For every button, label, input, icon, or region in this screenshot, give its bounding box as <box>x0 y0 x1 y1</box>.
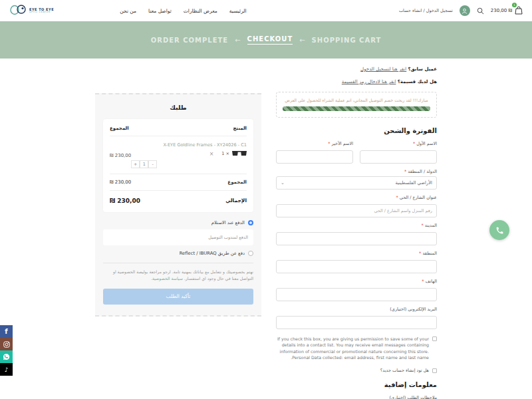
search-icon[interactable] <box>477 7 484 15</box>
remove-item-icon[interactable]: × <box>209 151 214 157</box>
privacy-policy-link[interactable]: سياسة الخصوصية. <box>151 276 183 281</box>
billing-section-title: الفوترة والشحن <box>276 127 437 134</box>
gateway-radio[interactable] <box>248 251 253 256</box>
order-table: المنتج المجموع X-EYE Goldline Frames - X… <box>103 119 253 212</box>
instagram-icon[interactable] <box>0 338 13 350</box>
product-media: × 1 × <box>131 150 247 157</box>
place-order-button[interactable]: تأكيد الطلب <box>103 289 253 305</box>
coupon-notice: هل لديك قسيمة؟ انقر هنا لادخال رمز القسي… <box>276 79 437 84</box>
billing-column: عميل سابق؟ انقر هنا لتسجيل الدخول هل لدي… <box>276 66 437 399</box>
subtotal-value: 230,00 ₪ <box>110 180 131 185</box>
step-shopping-cart[interactable]: SHOPPING CART <box>312 37 382 44</box>
create-account-row: هل تود إنشاء حساب جديد؟ <box>276 368 437 373</box>
quantity-increase-button[interactable]: + <box>131 160 140 168</box>
total-row: الإجمالي 230,00 ₪ <box>110 191 247 207</box>
privacy-note: نهتم بخصوصيتك و نتعامل مع بياناتك بمهنية… <box>103 269 253 282</box>
social-media-rail: f ♪ <box>0 325 13 376</box>
phone-field-group: الهاتف * <box>276 279 437 301</box>
required-mark: * <box>421 223 423 228</box>
coupon-label: هل لديك قسيمة؟ <box>398 79 437 84</box>
returning-customer-notice: عميل سابق؟ انقر هنا لتسجيل الدخول <box>276 66 437 72</box>
nav-item-about[interactable]: من نحن <box>120 8 136 14</box>
cod-description-box: الدفع لمندوب التوصيل <box>103 229 253 245</box>
marketing-consent-row: If you check this box, you are giving us… <box>276 336 437 361</box>
required-mark: * <box>422 279 424 284</box>
phone-input[interactable] <box>276 288 437 301</box>
product-name-link[interactable]: X-EYE Goldline Frames - XY24026 - C1 <box>131 142 247 148</box>
first-name-input[interactable] <box>360 150 437 164</box>
checkout-steps-banner: ORDER COMPLETE ← CHECKOUT ← SHOPPING CAR… <box>0 21 532 59</box>
main-nav: الرئيسية معرض النظارات تواصل معنا من نحن <box>120 8 246 14</box>
order-title: طلبك <box>103 104 253 111</box>
cod-payment-option[interactable]: الدفع عند الاستلام <box>103 220 253 225</box>
glasses-logo-icon <box>9 5 27 17</box>
tiktok-icon[interactable]: ♪ <box>0 363 13 376</box>
free-shipping-promo-box: مبارك!!! لقد ربحت خصم التوصيل المجاني، ا… <box>276 92 437 118</box>
login-register-link[interactable]: تسجيل الدخول / انشاء حساب <box>399 8 453 13</box>
step-checkout-active: CHECKOUT <box>247 35 293 45</box>
payment-methods: الدفع عند الاستلام الدفع لمندوب التوصيل … <box>103 220 253 305</box>
facebook-icon[interactable]: f <box>0 325 13 338</box>
cod-radio-selected[interactable] <box>248 220 253 225</box>
phone-icon <box>495 226 504 235</box>
call-us-floating-button[interactable] <box>489 220 509 240</box>
required-mark: * <box>328 141 330 146</box>
login-toggle-link[interactable]: انقر هنا لتسجيل الدخول <box>360 66 406 72</box>
city-label: المدينة * <box>276 223 437 228</box>
coupon-toggle-link[interactable]: انقر هنا لادخال رمز القسيمة <box>342 79 396 84</box>
street-address-input[interactable] <box>276 204 437 217</box>
account-avatar[interactable] <box>460 5 470 16</box>
brand-tagline: OPTIC CENTER <box>29 11 54 14</box>
quantity-decrease-button[interactable]: - <box>148 160 157 168</box>
quantity-value[interactable]: 1 <box>140 160 148 168</box>
country-selected-value: الأراضي الفلسطينية <box>395 180 432 186</box>
order-summary-card: طلبك المنتج المجموع X-EYE Goldline Frame… <box>95 93 261 317</box>
whatsapp-icon[interactable] <box>0 350 13 363</box>
gateway-payment-option[interactable]: دفع عن طريق Reflect / IBURAQ <box>103 251 253 256</box>
street-label: عنوان الشارع / الحي * <box>276 195 437 200</box>
last-name-label: الاسم الأخير * <box>276 141 353 146</box>
email-field-group: البريد الإلكتروني (اختياري) <box>276 307 437 329</box>
nav-item-contact[interactable]: تواصل معنا <box>148 8 172 14</box>
item-quantity-note: × 1 <box>221 151 229 156</box>
free-shipping-progress-bar <box>283 106 430 111</box>
returning-customer-label: عميل سابق؟ <box>408 66 437 72</box>
cart-count-badge: 1 <box>512 3 517 7</box>
required-mark: * <box>419 251 421 256</box>
item-line-total: 230,00 ₪ <box>110 153 131 158</box>
total-value: 230,00 ₪ <box>110 198 140 204</box>
user-icon <box>462 8 467 14</box>
order-item-info: X-EYE Goldline Frames - XY24026 - C1 × 1… <box>131 142 247 168</box>
cart-button[interactable]: 230,00 ₪ 1 <box>491 5 523 17</box>
gateway-label: دفع عن طريق Reflect / IBURAQ <box>180 251 245 256</box>
street-field-group: عنوان الشارع / الحي * <box>276 195 437 217</box>
last-name-input[interactable] <box>276 150 353 164</box>
payment-divider <box>103 263 253 263</box>
nav-item-home[interactable]: الرئيسية <box>229 8 247 14</box>
order-notes-field-group: ملاحظات الطلب (اختياري) <box>276 395 437 399</box>
total-column-header: المجموع <box>110 126 129 131</box>
email-label: البريد الإلكتروني (اختياري) <box>276 307 437 312</box>
create-account-checkbox[interactable] <box>432 368 437 373</box>
required-mark: * <box>413 141 415 146</box>
district-label: المنطقة * <box>276 251 437 256</box>
country-field-group: الدولة / المنطقة * الأراضي الفلسطينية ⌄ <box>276 169 437 190</box>
nav-item-gallery[interactable]: معرض النظارات <box>184 8 217 14</box>
arrow-icon: ← <box>235 37 240 44</box>
arrow-icon: ← <box>299 37 305 44</box>
chevron-down-icon: ⌄ <box>281 180 285 186</box>
country-select[interactable]: الأراضي الفلسطينية ⌄ <box>276 176 437 190</box>
last-name-field-group: الاسم الأخير * <box>276 141 353 164</box>
district-input[interactable] <box>276 260 437 273</box>
sunglasses-thumbnail <box>232 150 247 157</box>
promo-message: مبارك!!! لقد ربحت خصم التوصيل المجاني، ا… <box>283 98 430 102</box>
brand-logo[interactable]: EYE TO EYE OPTIC CENTER <box>9 5 54 17</box>
marketing-consent-checkbox[interactable] <box>432 336 437 341</box>
city-input[interactable] <box>276 232 437 245</box>
product-column-header: المنتج <box>233 126 247 131</box>
country-label: الدولة / المنطقة * <box>276 169 437 174</box>
email-input[interactable] <box>276 316 437 329</box>
first-name-field-group: الاسم الأول * <box>360 141 437 164</box>
header-actions: تسجيل الدخول / انشاء حساب 230,00 ₪ 1 <box>399 5 523 17</box>
marketing-consent-text: If you check this box, you are giving us… <box>276 336 429 361</box>
